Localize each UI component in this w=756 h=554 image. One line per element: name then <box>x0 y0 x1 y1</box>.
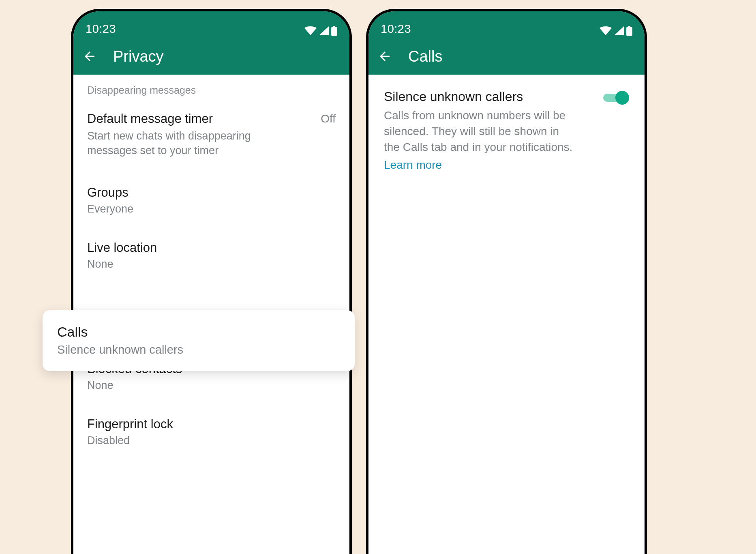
row-calls-highlighted[interactable]: Calls Silence unknown callers <box>43 310 355 371</box>
row-default-timer[interactable]: Default message timer Off Start new chat… <box>73 102 349 169</box>
wifi-icon <box>600 26 612 35</box>
signal-icon <box>319 26 329 35</box>
row-sub: None <box>87 257 261 271</box>
page-title: Privacy <box>113 48 164 65</box>
status-bar: 10:23 <box>73 11 349 38</box>
svg-rect-2 <box>628 26 630 27</box>
row-sub: Everyone <box>87 202 261 216</box>
row-sub: Disabled <box>87 433 261 448</box>
status-icons <box>600 26 632 36</box>
row-title: Live location <box>87 240 157 255</box>
row-title: Fingerprint lock <box>87 417 173 432</box>
content: Silence unknown callers Calls from unkno… <box>368 75 645 172</box>
battery-icon <box>331 26 337 36</box>
row-live-location[interactable]: Live location None <box>73 227 349 282</box>
row-title: Calls <box>57 324 340 340</box>
row-silence-unknown[interactable]: Silence unknown callers Calls from unkno… <box>384 89 629 172</box>
row-desc: Start new chats with disappearing messag… <box>87 129 261 158</box>
row-title: Groups <box>87 185 128 200</box>
battery-icon <box>626 26 632 36</box>
page-title: Calls <box>408 48 442 65</box>
status-bar: 10:23 <box>368 11 645 38</box>
row-fingerprint-lock[interactable]: Fingerprint lock Disabled <box>73 403 349 458</box>
learn-more-link[interactable]: Learn more <box>384 159 442 172</box>
row-sub: None <box>87 378 261 393</box>
phone-privacy: 10:23 Privacy Disappearing messages Defa… <box>71 9 352 554</box>
section-label-disappearing: Disappearing messages <box>73 75 349 102</box>
arrow-left-icon <box>82 49 97 64</box>
arrow-left-icon <box>377 49 392 64</box>
signal-icon <box>614 26 624 35</box>
back-button[interactable] <box>377 49 392 64</box>
status-time: 10:23 <box>86 22 116 36</box>
row-value: Off <box>321 112 336 125</box>
back-button[interactable] <box>82 49 97 64</box>
status-time: 10:23 <box>381 22 411 36</box>
content: Disappearing messages Default message ti… <box>73 75 349 459</box>
phone-calls: 10:23 Calls Silence unknown callers Call… <box>366 9 647 554</box>
silence-toggle[interactable] <box>603 91 629 105</box>
status-icons <box>304 26 337 36</box>
svg-rect-1 <box>331 27 337 36</box>
row-title: Silence unknown callers <box>384 89 595 104</box>
row-groups[interactable]: Groups Everyone <box>73 169 349 227</box>
row-sub: Silence unknown callers <box>57 343 340 356</box>
toggle-knob <box>615 91 629 105</box>
title-bar: Privacy <box>73 38 349 75</box>
title-bar: Calls <box>368 38 645 75</box>
wifi-icon <box>304 26 317 35</box>
svg-rect-0 <box>333 26 335 27</box>
row-desc: Calls from unknown numbers will be silen… <box>384 107 574 155</box>
row-title: Default message timer <box>87 112 213 126</box>
svg-rect-3 <box>626 27 632 36</box>
